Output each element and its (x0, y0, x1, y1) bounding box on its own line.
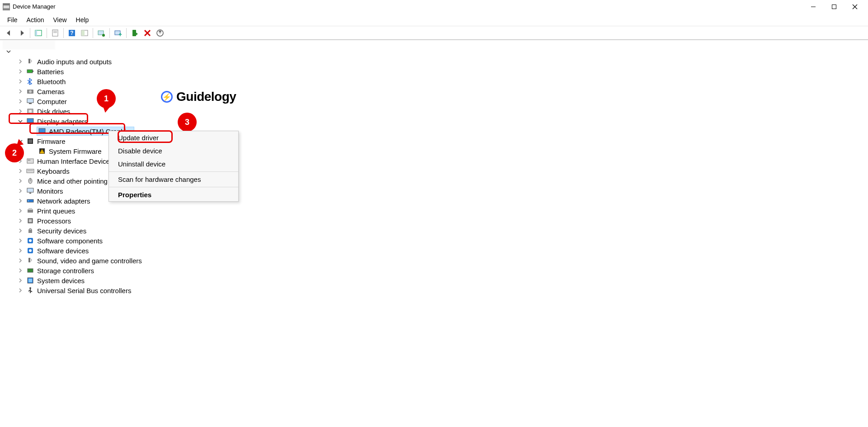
toolbar-show-hidden-icon[interactable] (78, 27, 91, 39)
cpu-icon (26, 217, 34, 225)
context-menu[interactable]: Update driverDisable deviceUninstall dev… (108, 131, 239, 202)
chevron-right-icon[interactable] (17, 257, 24, 264)
chevron-right-icon[interactable] (17, 68, 24, 75)
menu-help[interactable]: Help (71, 14, 94, 25)
toolbar-enable-icon[interactable] (128, 27, 141, 39)
storage-icon (26, 266, 34, 275)
toolbar-disable-icon[interactable] (141, 27, 154, 39)
svg-rect-28 (29, 103, 32, 104)
tree-category-label: Computer (37, 98, 67, 105)
hid-icon (26, 157, 34, 165)
menubar: File Action View Help (0, 14, 868, 26)
printer-icon (26, 207, 34, 215)
tree-category-label: Universal Serial Bus controllers (37, 287, 131, 294)
chevron-right-icon[interactable] (17, 287, 24, 294)
svg-rect-33 (39, 128, 45, 133)
menu-file[interactable]: File (3, 14, 22, 25)
chevron-right-icon[interactable] (17, 277, 24, 284)
tree-category-label: Software components (37, 237, 103, 245)
toolbar-uninstall-icon[interactable] (154, 27, 166, 39)
context-menu-item[interactable]: Update driver (109, 131, 238, 144)
toolbar-console-icon[interactable] (32, 27, 45, 39)
chevron-down-icon[interactable] (5, 48, 12, 55)
tree-category[interactable]: Bluetooth (5, 76, 863, 86)
annotation-badge-1: 1 (98, 90, 115, 107)
chevron-right-icon[interactable] (17, 188, 24, 194)
tree-category[interactable]: Disk drives (5, 106, 863, 116)
software-icon (26, 247, 34, 255)
context-menu-item[interactable]: Properties (109, 188, 238, 201)
toolbar-forward[interactable] (15, 27, 28, 39)
network-icon (26, 197, 34, 205)
tree-category[interactable]: Storage controllers (5, 266, 863, 275)
chevron-right-icon[interactable] (17, 88, 24, 95)
toolbar-back[interactable] (3, 27, 15, 39)
tree-device-label: System Firmware (49, 147, 102, 155)
svg-rect-27 (27, 99, 33, 103)
annotation-badge-2: 2 (6, 144, 23, 161)
context-menu-item[interactable]: Disable device (109, 144, 238, 157)
svg-rect-23 (27, 70, 33, 73)
chevron-right-icon[interactable] (17, 267, 24, 274)
context-menu-item[interactable]: Scan for hardware changes (109, 173, 238, 186)
chevron-right-icon[interactable] (17, 78, 24, 85)
svg-rect-8 (52, 30, 58, 36)
system-icon (26, 276, 34, 285)
tree-category[interactable]: Software components (5, 236, 863, 246)
tree-category[interactable]: Audio inputs and outputs (5, 57, 863, 66)
root-node-blurred (3, 40, 55, 49)
tree-category[interactable]: Print queues (5, 206, 863, 216)
svg-rect-24 (33, 71, 33, 72)
toolbar-scan-hardware-icon[interactable] (95, 27, 108, 39)
chevron-right-icon[interactable] (17, 218, 24, 224)
chevron-right-icon[interactable] (17, 208, 24, 214)
window-title: Device Manager (13, 3, 56, 10)
chevron-right-icon[interactable] (17, 108, 24, 114)
usb-icon (26, 286, 34, 294)
chevron-right-icon[interactable] (17, 228, 24, 234)
watermark-text: Guidelogy (176, 90, 236, 104)
tree-category[interactable]: Display adapters (5, 116, 863, 126)
svg-rect-41 (29, 160, 30, 161)
tree-category[interactable]: System devices (5, 275, 863, 285)
tree-category-label: Storage controllers (37, 267, 94, 275)
tree-category[interactable]: Universal Serial Bus controllers (5, 285, 863, 295)
toolbar-update-driver-icon[interactable] (112, 27, 124, 39)
tree-category[interactable]: Software devices (5, 246, 863, 256)
tree-category[interactable]: Computer (5, 96, 863, 106)
maximize-button[interactable] (824, 0, 844, 14)
chevron-right-icon[interactable] (17, 168, 24, 174)
toolbar-properties-icon[interactable] (49, 27, 61, 39)
tree-category[interactable]: Processors (5, 216, 863, 226)
audio-icon (26, 256, 34, 265)
tree-category[interactable]: Batteries (5, 66, 863, 76)
tree-root[interactable] (5, 47, 863, 57)
chevron-down-icon[interactable] (17, 118, 24, 124)
chevron-right-icon[interactable] (17, 198, 24, 204)
app-icon (3, 3, 10, 10)
tree-category[interactable]: Security devices (5, 226, 863, 236)
tree-category[interactable]: Sound, video and game controllers (5, 256, 863, 266)
watermark: ⚡ Guidelogy (161, 90, 236, 104)
toolbar-help-icon[interactable]: ? (66, 27, 78, 39)
chevron-right-icon[interactable] (17, 237, 24, 244)
chevron-right-icon[interactable] (17, 58, 24, 65)
menu-action[interactable]: Action (22, 14, 49, 25)
context-menu-item[interactable]: Uninstall device (109, 157, 238, 171)
menu-view[interactable]: View (48, 14, 71, 25)
svg-rect-1 (3, 4, 9, 5)
display-icon (26, 117, 34, 125)
chevron-right-icon[interactable] (17, 247, 24, 254)
audio-icon (26, 57, 34, 66)
chevron-right-icon[interactable] (17, 178, 24, 184)
tree-category-label: Batteries (37, 68, 64, 76)
chevron-right-icon[interactable] (17, 98, 24, 104)
close-button[interactable] (844, 0, 865, 14)
content-area: Audio inputs and outputsBatteriesBluetoo… (0, 40, 868, 427)
minimize-button[interactable] (803, 0, 824, 14)
security-icon (26, 227, 34, 235)
tree-category[interactable]: Cameras (5, 86, 863, 96)
battery-icon (26, 67, 34, 76)
tree-category-label: Processors (37, 217, 71, 225)
svg-rect-22 (28, 59, 30, 63)
